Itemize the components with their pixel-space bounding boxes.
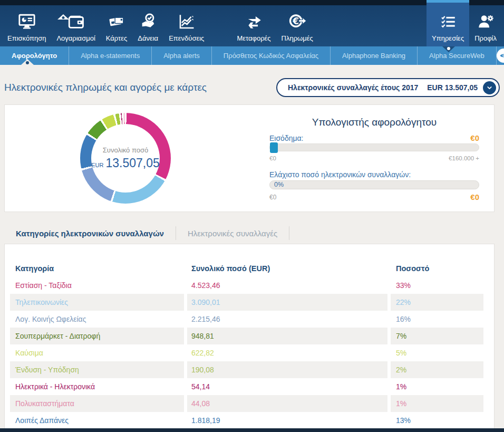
nav-item-accounts[interactable]: Λογαριασμοί — [51, 5, 100, 46]
table-row[interactable]: Σουπερμάρκετ - Διατροφή948,817% — [10, 328, 486, 344]
cell-amount: 4.523,46 — [187, 277, 387, 294]
active-dot — [447, 47, 450, 50]
min-amount-label: Ελάχιστο ποσό ηλεκτρονικών συναλλαγών: — [269, 170, 411, 179]
subnav-item-alerts[interactable]: Alpha alerts — [152, 46, 212, 65]
income-max: €160.000 + — [449, 155, 479, 161]
svg-text:€: € — [292, 16, 299, 26]
tab-categories[interactable]: Κατηγορίες ηλεκτρονικών συναλλαγών — [4, 229, 176, 238]
table-row[interactable]: Ηλεκτρικά - Ηλεκτρονικά54,141% — [10, 378, 486, 395]
table-row[interactable]: Τηλεπικοινωνίες3.090,0122% — [10, 294, 486, 311]
cell-category: Λογ. Κοινής Ωφελείας — [10, 311, 184, 328]
nav-label: Πληρωμές — [282, 34, 313, 42]
cell-amount: 948,81 — [187, 328, 387, 344]
donut-center: Συνολικό ποσό EUR13.507,05 — [91, 124, 160, 193]
cell-category: Εστίαση - Ταξίδια — [10, 277, 184, 294]
cell-percent: 16% — [391, 311, 483, 328]
donut-total: EUR13.507,05 — [91, 156, 160, 170]
cell-amount: 190,08 — [187, 361, 387, 378]
page: Επισκόπηση Λογαριασμοί Κάρτες Δάνεια — [0, 0, 504, 432]
cell-percent: 5% — [391, 344, 483, 361]
subnav-item-aforologito[interactable]: Αφορολόγητο — [0, 46, 69, 65]
nav-item-overview[interactable]: Επισκόπηση — [2, 5, 51, 46]
min-floor: €0 — [269, 194, 276, 201]
eye-icon — [499, 51, 504, 60]
subnav-tools — [497, 46, 504, 65]
nav-label: Δάνεια — [138, 34, 158, 42]
nav-group-right: Υπηρεσίες Προφίλ — [427, 5, 502, 46]
nav-label: Προφίλ — [474, 34, 497, 42]
cell-amount: 54,14 — [187, 378, 387, 395]
subnav-label: Alpha e-statements — [81, 52, 140, 60]
cell-amount: 2.215,46 — [187, 311, 387, 328]
cell-amount: 44,08 — [187, 395, 387, 412]
subnav-item-alphaphone[interactable]: Alphaphone Banking — [331, 46, 418, 65]
sub-nav: Αφορολόγητο Alpha e-statements Alpha ale… — [0, 46, 504, 65]
table-row[interactable]: Πολυκαταστήματα44,081% — [10, 395, 486, 412]
nav-item-transfers[interactable]: Μεταφορές — [231, 5, 276, 46]
subnav-item-secureweb[interactable]: Alpha SecureWeb — [418, 46, 497, 65]
table-row[interactable]: Εστίαση - Ταξίδια4.523,4633% — [10, 277, 486, 294]
cell-amount: 3.090,01 — [187, 294, 387, 311]
income-slider[interactable] — [269, 143, 479, 151]
nav-item-cards[interactable]: Κάρτες — [101, 5, 132, 46]
profile-gear-icon — [476, 11, 495, 32]
chevron-down-icon[interactable] — [483, 81, 496, 94]
chart-growth-icon — [177, 11, 196, 32]
subnav-label: Πρόσθετος Κωδικός Ασφαλείας — [224, 52, 318, 60]
cell-percent: 1% — [391, 395, 483, 412]
table-row[interactable]: Λοιπές Δαπάνες1.818,1913% — [10, 412, 486, 429]
cell-category: Σουπερμάρκετ - Διατροφή — [10, 328, 184, 344]
categories-panel: Κατηγορία Συνολικό ποσό (EUR) Ποσοστό Εσ… — [4, 244, 495, 432]
nav-item-profile[interactable]: Προφίλ — [469, 5, 502, 46]
subnav-label: Alphaphone Banking — [342, 52, 405, 60]
income-value: €0 — [470, 133, 479, 142]
eye-button[interactable] — [497, 49, 504, 63]
content-tabs: Κατηγορίες ηλεκτρονικών συναλλαγών Ηλεκτ… — [4, 226, 289, 241]
nav-item-loans[interactable]: Δάνεια — [132, 5, 163, 46]
min-percent-value: 0% — [274, 181, 284, 188]
period-amount: EUR 13.507,05 — [427, 83, 478, 92]
nav-item-payments[interactable]: € Πληρωμές — [276, 5, 318, 46]
subnav-item-extra-code[interactable]: Πρόσθετος Κωδικός Ασφαλείας — [212, 46, 331, 65]
min-amount-row: €0 €0 — [269, 193, 479, 201]
wallet-icon — [67, 11, 85, 32]
table-body: Εστίαση - Ταξίδια4.523,4633%Τηλεπικοινων… — [10, 277, 486, 429]
table-header-row: Κατηγορία Συνολικό ποσό (EUR) Ποσοστό — [10, 260, 486, 277]
tax-free-calculator: Υπολογιστής αφορολόγητου Εισόδημα: €0 €0… — [269, 105, 479, 213]
page-title: Ηλεκτρονικές πληρωμές και αγορές με κάρτ… — [4, 82, 207, 93]
subnav-item-e-statements[interactable]: Alpha e-statements — [69, 46, 152, 65]
summary-panel: Συνολικό ποσό EUR13.507,05 Υπολογιστής α… — [4, 104, 495, 212]
income-slider-handle[interactable] — [270, 142, 278, 153]
transfer-arrows-icon — [245, 11, 264, 32]
total-amount: 13.507,05 — [105, 156, 159, 170]
cell-category: Τηλεπικοινωνίες — [10, 294, 184, 311]
tab-divider — [289, 226, 289, 240]
main-nav: Επισκόπηση Λογαριασμοί Κάρτες Δάνεια — [0, 5, 504, 46]
income-row: Εισόδημα: €0 — [269, 133, 479, 142]
subnav-label: Alpha SecureWeb — [429, 52, 484, 60]
cell-category: Πολυκαταστήματα — [10, 395, 184, 412]
nav-item-investments[interactable]: Επενδύσεις — [163, 5, 209, 46]
table-row[interactable]: Καύσιμα622,825% — [10, 344, 486, 361]
period-selector[interactable]: Ηλεκτρονικές συναλλαγές έτους 2017 EUR 1… — [276, 78, 500, 97]
services-checklist-icon — [439, 11, 458, 32]
cell-category: Καύσιμα — [10, 344, 184, 361]
subnav-label: Alpha alerts — [163, 52, 200, 60]
title-row: Ηλεκτρονικές πληρωμές και αγορές με κάρτ… — [4, 75, 500, 100]
cell-amount: 622,82 — [187, 344, 387, 361]
credit-cards-icon — [107, 11, 126, 32]
cell-percent: 33% — [391, 277, 483, 294]
nav-label: Υπηρεσίες — [432, 34, 464, 42]
nav-item-services[interactable]: Υπηρεσίες — [427, 5, 469, 46]
cell-category: Λοιπές Δαπάνες — [10, 412, 184, 429]
calculator-title: Υπολογιστής αφορολόγητου — [269, 117, 479, 128]
active-dot — [62, 16, 65, 19]
tab-transactions[interactable]: Ηλεκτρονικές συναλλαγές — [176, 229, 289, 238]
min-percent-bar: 0% — [269, 180, 479, 189]
income-label: Εισόδημα: — [269, 134, 304, 142]
nav-label: Κάρτες — [106, 34, 127, 42]
cell-percent: 2% — [391, 361, 483, 378]
col-header-percent: Ποσοστό — [391, 260, 483, 277]
table-row[interactable]: Ένδυση - Υπόδηση190,082% — [10, 361, 486, 378]
table-row[interactable]: Λογ. Κοινής Ωφελείας2.215,4616% — [10, 311, 486, 328]
